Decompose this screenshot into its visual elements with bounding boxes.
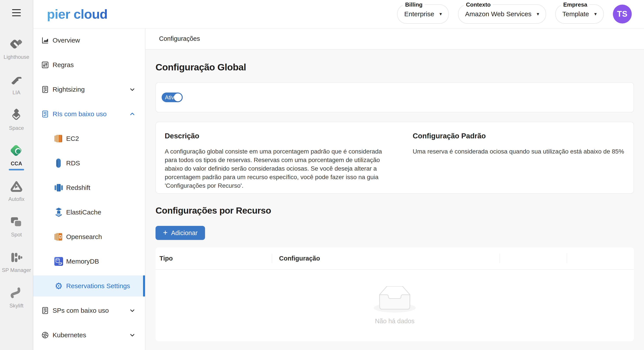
chevron-down-icon — [129, 307, 135, 314]
lighthouse-logo-icon — [8, 36, 24, 52]
sidebar-item-kubernetes[interactable]: Kubernetes — [33, 323, 145, 347]
rail-item-label: LIA — [12, 89, 20, 96]
table-header-configuracao: Configuração — [272, 247, 500, 269]
rail-item-space[interactable]: Space — [0, 107, 33, 143]
description-text: A configuração global consiste em uma po… — [165, 147, 395, 190]
sidebar-item-label: ElastiCache — [66, 209, 101, 216]
aws-rds-icon — [54, 158, 64, 168]
table-header-empty-2 — [567, 247, 634, 269]
global-toggle-card: Ativo — [156, 82, 634, 112]
sidebar: Overview Regras Rightsizing RIs com baix… — [33, 28, 146, 350]
default-config-text: Uma reserva é considerada ociosa quando … — [413, 147, 625, 156]
sidebar-item-opensearch[interactable]: Opensearch — [33, 225, 145, 249]
sidebar-item-redshift[interactable]: Redshift — [33, 176, 145, 200]
user-avatar[interactable]: TS — [613, 5, 632, 24]
sidebar-menu: Overview Regras Rightsizing RIs com baix… — [33, 28, 145, 350]
aws-opensearch-icon — [54, 232, 64, 242]
sidebar-item-rightsizing[interactable]: Rightsizing — [33, 77, 145, 102]
table-header-row: Tipo Configuração — [156, 247, 634, 270]
contexto-select[interactable]: Contexto Amazon Web Services ▾ — [458, 5, 546, 24]
rail-item-label: Space — [9, 125, 24, 131]
topbar-controls: Billing Enterprise ▾ Contexto Amazon Web… — [397, 5, 644, 24]
chevron-down-icon: ▾ — [537, 11, 539, 17]
chevron-down-icon: ▾ — [440, 11, 442, 17]
rail-item-label: SP Manager — [2, 267, 31, 273]
table-empty-state: Não há dados — [156, 270, 634, 341]
rail-item-lia[interactable]: LIA — [0, 72, 33, 107]
description-section: Descrição A configuração global consiste… — [165, 132, 413, 193]
billing-select-label: Billing — [403, 1, 424, 8]
default-config-section: Configuração Padrão Uma reserva é consid… — [413, 132, 625, 193]
rail-item-sp-manager[interactable]: SP Manager — [0, 250, 33, 285]
rail-item-skylift[interactable]: Skylift — [0, 285, 33, 321]
sp-manager-logo-icon — [8, 250, 24, 265]
rail-item-label: Skylift — [10, 303, 24, 309]
document-icon — [41, 306, 50, 315]
chevron-down-icon — [129, 332, 135, 338]
aws-memorydb-icon — [54, 256, 64, 267]
rail-item-autofix[interactable]: Autofix — [0, 179, 33, 214]
sidebar-item-label: Rightsizing — [52, 86, 85, 93]
sidebar-item-sps-com-baixo-uso[interactable]: SPs com baixo uso — [33, 298, 145, 323]
sidebar-item-label: RDS — [66, 159, 80, 167]
space-logo-icon — [8, 107, 24, 123]
rail-item-lighthouse[interactable]: Lighthouse — [0, 36, 33, 72]
sidebar-item-label: MemoryDB — [66, 258, 99, 265]
lia-logo-icon — [8, 72, 24, 88]
ativo-toggle[interactable]: Ativo — [162, 93, 183, 102]
rail-items: Lighthouse LIA Space CCA Autofix — [0, 36, 33, 321]
rail-item-cca[interactable]: CCA — [0, 143, 33, 179]
sidebar-item-logs[interactable]: Logs — [33, 347, 145, 350]
chevron-down-icon — [129, 86, 135, 93]
contexto-select-value: Amazon Web Services — [465, 10, 532, 18]
rail-item-label: Autofix — [8, 196, 24, 202]
breadcrumb-bar: Configurações — [146, 28, 644, 50]
page-title-global-config: Configuração Global — [156, 62, 634, 73]
billing-select-value: Enterprise — [404, 10, 434, 18]
spot-logo-icon — [8, 214, 24, 230]
hamburger-menu-icon[interactable] — [12, 9, 21, 16]
sidebar-item-label: Opensearch — [66, 233, 102, 241]
pier-cloud-logo: pier cloud — [47, 7, 108, 22]
sidebar-item-label: SPs com baixo uso — [52, 307, 109, 314]
sidebar-item-label: EC2 — [66, 135, 79, 142]
topbar: pier cloud Billing Enterprise ▾ Contexto… — [33, 0, 644, 29]
add-button[interactable]: + Adicionar — [156, 226, 205, 240]
table-header-empty-1 — [500, 247, 567, 269]
sidebar-item-reservations-settings[interactable]: ⚙ Reservations Settings — [33, 274, 145, 298]
sidebar-item-label: Kubernetes — [52, 331, 86, 339]
main-content: Configurações Configuração Global Ativo … — [146, 28, 644, 350]
global-config-info-card: Descrição A configuração global consiste… — [156, 122, 634, 194]
sidebar-item-label: Regras — [52, 61, 74, 69]
sidebar-item-label: Reservations Settings — [66, 282, 130, 290]
app-rail: Lighthouse LIA Space CCA Autofix — [0, 0, 33, 350]
aws-elasticache-icon — [54, 207, 64, 218]
rail-item-spot[interactable]: Spot — [0, 214, 33, 250]
sidebar-item-overview[interactable]: Overview — [33, 28, 145, 53]
kubernetes-icon — [41, 331, 50, 339]
default-config-title: Configuração Padrão — [413, 132, 625, 140]
table-header-tipo: Tipo — [156, 247, 272, 269]
sidebar-item-regras[interactable]: Regras — [33, 53, 145, 77]
sidebar-item-ec2[interactable]: EC2 — [33, 126, 145, 151]
description-title: Descrição — [165, 132, 413, 140]
sidebar-item-elasticache[interactable]: ElastiCache — [33, 200, 145, 225]
page-title-resource-config: Configurações por Recurso — [156, 206, 634, 216]
sidebar-item-ris-com-baixo-uso[interactable]: RIs com baixo uso — [33, 102, 145, 126]
cca-logo-icon — [8, 143, 24, 159]
sidebar-item-label: Overview — [52, 37, 80, 44]
sidebar-item-memorydb[interactable]: MemoryDB — [33, 249, 145, 274]
autofix-logo-icon — [8, 179, 24, 194]
rail-item-label: Lighthouse — [4, 54, 29, 60]
add-button-label: Adicionar — [171, 229, 198, 237]
chevron-down-icon: ▾ — [594, 11, 597, 17]
empty-state-text: Não há dados — [375, 317, 415, 325]
toggle-knob — [174, 93, 182, 101]
sidebar-item-rds[interactable]: RDS — [33, 151, 145, 176]
content-area: Configuração Global Ativo Descrição A co… — [146, 62, 644, 341]
billing-select[interactable]: Billing Enterprise ▾ — [397, 5, 449, 24]
document-icon — [41, 85, 50, 94]
plus-icon: + — [163, 229, 168, 237]
gear-icon: ⚙ — [54, 281, 64, 291]
empresa-select[interactable]: Empresa Template ▾ — [555, 5, 604, 24]
